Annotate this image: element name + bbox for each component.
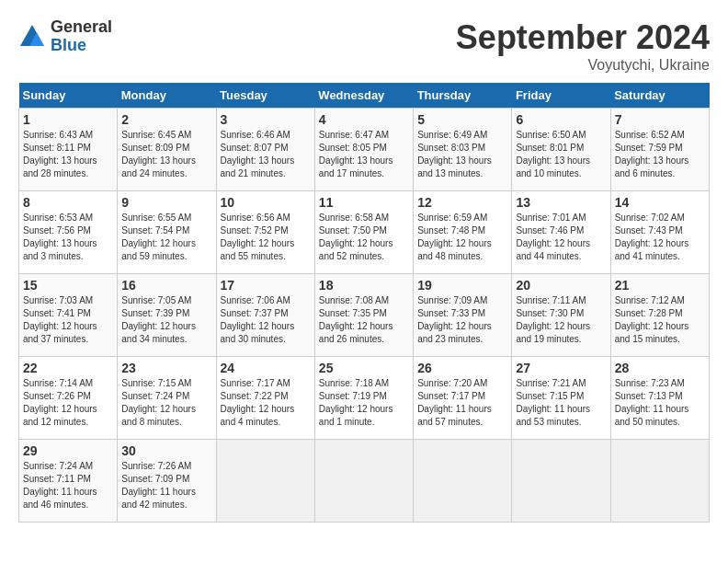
header-day-wednesday: Wednesday	[314, 83, 413, 109]
calendar-cell: 7Sunrise: 6:52 AMSunset: 7:59 PMDaylight…	[610, 109, 709, 191]
logo-text: General Blue	[51, 18, 112, 55]
day-info: Sunrise: 7:18 AMSunset: 7:19 PMDaylight:…	[319, 377, 409, 429]
day-number: 18	[319, 278, 409, 293]
calendar-cell: 1Sunrise: 6:43 AMSunset: 8:11 PMDaylight…	[19, 109, 118, 191]
logo: General Blue	[18, 18, 112, 55]
calendar-table: SundayMondayTuesdayWednesdayThursdayFrid…	[18, 83, 710, 523]
day-number: 19	[417, 278, 507, 293]
day-info: Sunrise: 6:43 AMSunset: 8:11 PMDaylight:…	[23, 129, 113, 180]
day-info: Sunrise: 6:59 AMSunset: 7:48 PMDaylight:…	[417, 212, 507, 263]
calendar-cell: 20Sunrise: 7:11 AMSunset: 7:30 PMDayligh…	[512, 274, 610, 357]
calendar-cell	[216, 440, 314, 523]
calendar-cell: 25Sunrise: 7:18 AMSunset: 7:19 PMDayligh…	[314, 357, 413, 440]
calendar-cell: 9Sunrise: 6:55 AMSunset: 7:54 PMDaylight…	[118, 191, 216, 274]
day-number: 1	[23, 112, 113, 127]
day-number: 6	[516, 112, 606, 127]
calendar-cell: 6Sunrise: 6:50 AMSunset: 8:01 PMDaylight…	[512, 109, 610, 191]
calendar-cell: 17Sunrise: 7:06 AMSunset: 7:37 PMDayligh…	[216, 274, 314, 357]
calendar-cell: 30Sunrise: 7:26 AMSunset: 7:09 PMDayligh…	[118, 440, 216, 523]
calendar-cell: 23Sunrise: 7:15 AMSunset: 7:24 PMDayligh…	[118, 357, 216, 440]
day-info: Sunrise: 6:52 AMSunset: 7:59 PMDaylight:…	[615, 129, 705, 180]
calendar-cell: 16Sunrise: 7:05 AMSunset: 7:39 PMDayligh…	[118, 274, 216, 357]
day-info: Sunrise: 7:24 AMSunset: 7:11 PMDaylight:…	[23, 460, 113, 511]
day-number: 15	[23, 278, 113, 293]
calendar-week-row: 29Sunrise: 7:24 AMSunset: 7:11 PMDayligh…	[19, 440, 710, 523]
calendar-cell: 22Sunrise: 7:14 AMSunset: 7:26 PMDayligh…	[19, 357, 118, 440]
calendar-cell: 3Sunrise: 6:46 AMSunset: 8:07 PMDaylight…	[216, 109, 314, 191]
calendar-cell: 5Sunrise: 6:49 AMSunset: 8:03 PMDaylight…	[414, 109, 512, 191]
calendar-cell: 11Sunrise: 6:58 AMSunset: 7:50 PMDayligh…	[314, 191, 413, 274]
day-number: 22	[23, 361, 113, 375]
day-info: Sunrise: 7:12 AMSunset: 7:28 PMDaylight:…	[615, 294, 705, 346]
day-info: Sunrise: 7:01 AMSunset: 7:46 PMDaylight:…	[516, 212, 606, 263]
calendar-cell: 24Sunrise: 7:17 AMSunset: 7:22 PMDayligh…	[216, 357, 314, 440]
day-number: 17	[221, 278, 311, 293]
day-number: 10	[221, 195, 311, 210]
day-number: 2	[121, 112, 211, 127]
calendar-header: SundayMondayTuesdayWednesdayThursdayFrid…	[19, 83, 710, 109]
location-subtitle: Voyutychi, Ukraine	[456, 57, 710, 74]
day-info: Sunrise: 7:11 AMSunset: 7:30 PMDaylight:…	[516, 294, 606, 346]
day-number: 20	[516, 278, 606, 293]
day-number: 13	[516, 195, 606, 210]
calendar-cell: 15Sunrise: 7:03 AMSunset: 7:41 PMDayligh…	[19, 274, 118, 357]
calendar-cell	[414, 440, 512, 523]
header-day-tuesday: Tuesday	[216, 83, 314, 109]
day-info: Sunrise: 6:46 AMSunset: 8:07 PMDaylight:…	[221, 129, 311, 180]
day-number: 27	[516, 361, 606, 375]
calendar-cell: 8Sunrise: 6:53 AMSunset: 7:56 PMDaylight…	[19, 191, 118, 274]
day-info: Sunrise: 7:03 AMSunset: 7:41 PMDaylight:…	[23, 294, 113, 346]
day-number: 3	[221, 112, 311, 127]
day-info: Sunrise: 6:49 AMSunset: 8:03 PMDaylight:…	[417, 129, 507, 180]
day-info: Sunrise: 7:02 AMSunset: 7:43 PMDaylight:…	[615, 212, 705, 263]
logo-blue-text: Blue	[51, 37, 112, 55]
header-row: SundayMondayTuesdayWednesdayThursdayFrid…	[19, 83, 710, 109]
calendar-cell: 28Sunrise: 7:23 AMSunset: 7:13 PMDayligh…	[610, 357, 709, 440]
day-number: 7	[615, 112, 705, 127]
day-number: 23	[121, 361, 211, 375]
calendar-body: 1Sunrise: 6:43 AMSunset: 8:11 PMDaylight…	[19, 109, 710, 523]
calendar-cell	[512, 440, 610, 523]
day-info: Sunrise: 6:53 AMSunset: 7:56 PMDaylight:…	[23, 212, 113, 263]
day-info: Sunrise: 6:45 AMSunset: 8:09 PMDaylight:…	[121, 129, 211, 180]
calendar-cell: 27Sunrise: 7:21 AMSunset: 7:15 PMDayligh…	[512, 357, 610, 440]
calendar-week-row: 1Sunrise: 6:43 AMSunset: 8:11 PMDaylight…	[19, 109, 710, 191]
day-number: 5	[417, 112, 507, 127]
header-day-friday: Friday	[512, 83, 610, 109]
calendar-cell: 12Sunrise: 6:59 AMSunset: 7:48 PMDayligh…	[414, 191, 512, 274]
logo-general-text: General	[51, 18, 112, 37]
title-area: September 2024 Voyutychi, Ukraine	[456, 18, 710, 74]
day-number: 11	[319, 195, 409, 210]
calendar-cell: 19Sunrise: 7:09 AMSunset: 7:33 PMDayligh…	[414, 274, 512, 357]
calendar-cell: 26Sunrise: 7:20 AMSunset: 7:17 PMDayligh…	[414, 357, 512, 440]
day-number: 26	[417, 361, 507, 375]
day-number: 14	[615, 195, 705, 210]
day-info: Sunrise: 7:08 AMSunset: 7:35 PMDaylight:…	[319, 294, 409, 346]
day-info: Sunrise: 7:14 AMSunset: 7:26 PMDaylight:…	[23, 377, 113, 429]
day-info: Sunrise: 7:15 AMSunset: 7:24 PMDaylight:…	[121, 377, 211, 429]
calendar-cell	[610, 440, 709, 523]
header: General Blue September 2024 Voyutychi, U…	[18, 18, 710, 74]
day-info: Sunrise: 7:05 AMSunset: 7:39 PMDaylight:…	[121, 294, 211, 346]
calendar-cell	[314, 440, 413, 523]
calendar-week-row: 15Sunrise: 7:03 AMSunset: 7:41 PMDayligh…	[19, 274, 710, 357]
day-number: 12	[417, 195, 507, 210]
day-info: Sunrise: 7:26 AMSunset: 7:09 PMDaylight:…	[121, 460, 211, 511]
header-day-saturday: Saturday	[610, 83, 709, 109]
day-info: Sunrise: 6:56 AMSunset: 7:52 PMDaylight:…	[221, 212, 311, 263]
day-info: Sunrise: 7:09 AMSunset: 7:33 PMDaylight:…	[417, 294, 507, 346]
calendar-cell: 29Sunrise: 7:24 AMSunset: 7:11 PMDayligh…	[19, 440, 118, 523]
day-number: 9	[121, 195, 211, 210]
day-number: 28	[615, 361, 705, 375]
day-info: Sunrise: 6:47 AMSunset: 8:05 PMDaylight:…	[319, 129, 409, 180]
day-number: 16	[121, 278, 211, 293]
day-info: Sunrise: 6:55 AMSunset: 7:54 PMDaylight:…	[121, 212, 211, 263]
calendar-week-row: 22Sunrise: 7:14 AMSunset: 7:26 PMDayligh…	[19, 357, 710, 440]
header-day-thursday: Thursday	[414, 83, 512, 109]
day-info: Sunrise: 6:58 AMSunset: 7:50 PMDaylight:…	[319, 212, 409, 263]
calendar-week-row: 8Sunrise: 6:53 AMSunset: 7:56 PMDaylight…	[19, 191, 710, 274]
day-info: Sunrise: 6:50 AMSunset: 8:01 PMDaylight:…	[516, 129, 606, 180]
day-info: Sunrise: 7:17 AMSunset: 7:22 PMDaylight:…	[221, 377, 311, 429]
logo-icon	[18, 23, 46, 51]
day-number: 25	[319, 361, 409, 375]
